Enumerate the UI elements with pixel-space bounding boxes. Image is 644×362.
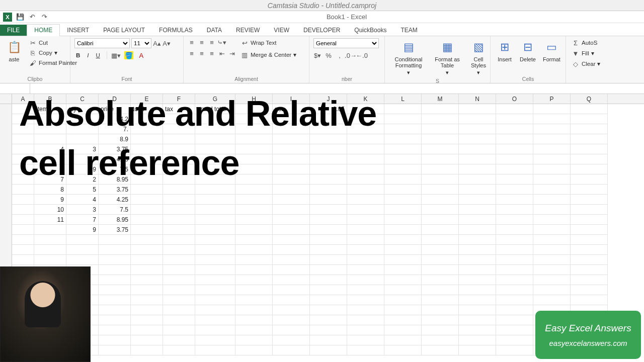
cell[interactable]	[235, 295, 273, 305]
cell[interactable]	[99, 245, 131, 255]
undo-icon[interactable]: ↶	[28, 13, 36, 21]
row-header[interactable]	[0, 235, 12, 245]
cell[interactable]	[533, 114, 571, 124]
cell[interactable]	[310, 335, 347, 345]
cell[interactable]	[422, 154, 459, 164]
row-header[interactable]	[0, 164, 12, 174]
cell[interactable]	[273, 164, 310, 174]
cell[interactable]: 9	[34, 195, 66, 205]
cell[interactable]	[310, 215, 347, 225]
cell[interactable]	[422, 215, 459, 225]
row-header[interactable]	[0, 144, 12, 154]
cell[interactable]	[273, 295, 310, 305]
tab-developer[interactable]: DEVELOPER	[296, 25, 347, 36]
delete-cells-button[interactable]: ⊟Delete	[518, 38, 538, 63]
cell[interactable]	[422, 144, 459, 154]
cell[interactable]	[571, 245, 608, 255]
cell[interactable]	[496, 174, 533, 185]
cell[interactable]	[235, 245, 273, 255]
cell[interactable]	[131, 305, 163, 315]
cell[interactable]	[533, 144, 571, 154]
cell[interactable]	[422, 255, 459, 265]
cell[interactable]	[34, 235, 66, 245]
cell[interactable]	[459, 265, 496, 275]
cell[interactable]	[99, 315, 131, 325]
cell[interactable]	[273, 185, 310, 195]
cell[interactable]	[571, 174, 608, 185]
cell[interactable]	[310, 255, 347, 265]
cell[interactable]	[422, 345, 459, 355]
cell[interactable]	[384, 174, 422, 185]
cell[interactable]	[384, 104, 422, 114]
cell[interactable]	[347, 174, 384, 185]
cell[interactable]	[533, 134, 571, 144]
cell[interactable]	[384, 215, 422, 225]
cell[interactable]	[131, 265, 163, 275]
cell[interactable]	[459, 185, 496, 195]
cell[interactable]	[422, 205, 459, 215]
cell[interactable]	[195, 185, 235, 195]
cell[interactable]	[533, 245, 571, 255]
cell[interactable]	[131, 205, 163, 215]
cell[interactable]	[384, 345, 422, 355]
cell[interactable]	[496, 345, 533, 355]
cell[interactable]	[131, 275, 163, 285]
cell[interactable]	[235, 164, 273, 174]
cell[interactable]	[571, 285, 608, 295]
cell[interactable]	[384, 335, 422, 345]
cell[interactable]	[459, 104, 496, 114]
cell[interactable]	[273, 144, 310, 154]
cell[interactable]	[459, 144, 496, 154]
cell[interactable]	[384, 285, 422, 295]
tab-insert[interactable]: INSERT	[60, 25, 96, 36]
cell[interactable]	[496, 205, 533, 215]
align-middle-icon[interactable]: ≡	[198, 38, 206, 46]
align-bottom-icon[interactable]: ≡	[208, 38, 216, 46]
cell[interactable]	[384, 205, 422, 215]
cell[interactable]	[571, 134, 608, 144]
cell[interactable]	[310, 305, 347, 315]
cell[interactable]	[163, 195, 195, 205]
cell[interactable]	[571, 215, 608, 225]
cell[interactable]	[235, 235, 273, 245]
cell[interactable]	[347, 285, 384, 295]
row-header[interactable]	[0, 205, 12, 215]
cell[interactable]	[235, 335, 273, 345]
cell[interactable]	[384, 325, 422, 335]
cell[interactable]	[347, 245, 384, 255]
cell[interactable]	[384, 235, 422, 245]
cell[interactable]	[533, 235, 571, 245]
cell[interactable]	[34, 255, 66, 265]
cell[interactable]	[310, 295, 347, 305]
cell[interactable]	[533, 154, 571, 164]
font-color-icon[interactable]: A	[137, 51, 145, 59]
cell[interactable]	[571, 185, 608, 195]
cell[interactable]	[459, 285, 496, 295]
cell[interactable]	[496, 144, 533, 154]
cell[interactable]	[310, 275, 347, 285]
cell[interactable]	[533, 164, 571, 174]
autosum-button[interactable]: ΣAutoS	[570, 38, 599, 47]
cell[interactable]	[195, 305, 235, 315]
cell[interactable]	[310, 325, 347, 335]
cell[interactable]	[195, 255, 235, 265]
cell[interactable]	[163, 265, 195, 275]
cell[interactable]	[422, 104, 459, 114]
cell[interactable]	[131, 295, 163, 305]
cell[interactable]: 8.95	[99, 215, 131, 225]
cell[interactable]	[459, 335, 496, 345]
cell[interactable]	[12, 225, 34, 235]
cell[interactable]	[273, 154, 310, 164]
cell[interactable]	[273, 205, 310, 215]
cell[interactable]	[384, 245, 422, 255]
cell[interactable]	[99, 285, 131, 295]
cell[interactable]	[459, 164, 496, 174]
cell[interactable]	[310, 205, 347, 215]
cell[interactable]	[496, 104, 533, 114]
orientation-icon[interactable]: ⤷▾	[218, 38, 226, 46]
cell[interactable]	[99, 335, 131, 345]
column-header-M[interactable]: M	[422, 94, 459, 104]
cell[interactable]	[347, 215, 384, 225]
cell[interactable]	[131, 285, 163, 295]
cell[interactable]	[384, 154, 422, 164]
